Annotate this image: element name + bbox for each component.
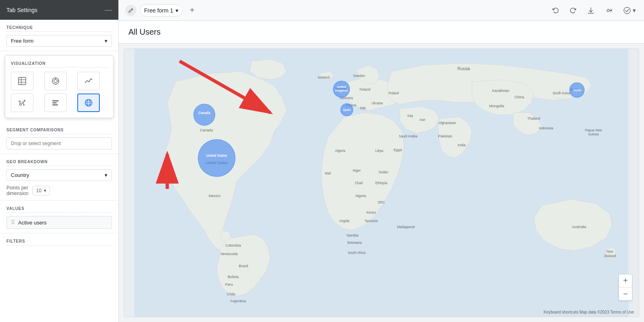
drag-handle-icon: ⠿ <box>11 219 15 226</box>
undo-button[interactable] <box>550 5 561 16</box>
visualization-popup: VISUALIZATION <box>5 55 114 118</box>
check-chevron: ▾ <box>633 7 636 14</box>
svg-text:Niger: Niger <box>353 169 361 172</box>
viz-bar-btn[interactable] <box>44 93 67 112</box>
svg-text:Zealand: Zealand <box>604 254 616 258</box>
toolbar-left: Free form 1 ▾ + <box>125 4 198 17</box>
zoom-in-button[interactable]: + <box>619 274 632 287</box>
check-button[interactable]: ▾ <box>621 5 638 16</box>
svg-point-12 <box>23 104 24 105</box>
main-area: Free form 1 ▾ + ▾ <box>119 0 644 322</box>
points-select[interactable]: 10 ▾ <box>33 186 50 195</box>
svg-point-84 <box>194 104 215 125</box>
svg-text:Algeria: Algeria <box>335 149 345 153</box>
svg-text:India: India <box>458 143 466 147</box>
svg-text:Egypt: Egypt <box>394 148 402 152</box>
content-area: All Users <box>119 21 644 322</box>
breakdown-section: GEO BREAKDOWN Country ▾ Points perdimens… <box>0 154 118 201</box>
svg-text:Namibia: Namibia <box>347 234 359 237</box>
svg-text:Mexico: Mexico <box>209 194 221 198</box>
svg-point-25 <box>624 7 630 14</box>
svg-point-82 <box>198 139 235 177</box>
breakdown-label: GEO BREAKDOWN <box>6 160 112 166</box>
technique-chevron: ▾ <box>105 38 107 44</box>
technique-dropdown[interactable]: Free form ▾ <box>6 35 112 47</box>
svg-text:South Korea: South Korea <box>553 91 571 95</box>
breakdown-chevron: ▾ <box>105 172 107 178</box>
svg-text:United States: United States <box>206 154 227 158</box>
svg-text:Ethiopia: Ethiopia <box>376 181 388 185</box>
svg-point-9 <box>19 101 21 102</box>
svg-text:Italy: Italy <box>360 106 366 110</box>
svg-point-10 <box>22 102 24 104</box>
points-row: Points perdimension 10 ▾ <box>6 185 112 196</box>
tab-name: Free form 1 <box>144 7 173 14</box>
svg-text:Saudi Arabia: Saudi Arabia <box>399 135 418 138</box>
viz-globe-btn[interactable] <box>77 93 100 112</box>
map-container: Canada United States Mexico Brazil Colom… <box>124 48 639 317</box>
filters-section: FILTERS <box>0 233 118 251</box>
svg-text:Thailand: Thailand <box>527 117 540 120</box>
svg-text:Peru: Peru <box>225 283 233 287</box>
sidebar: Tab Settings — TECHNIQUE Free form ▾ VIS… <box>0 0 119 322</box>
svg-text:Canada: Canada <box>198 111 211 115</box>
top-toolbar: Free form 1 ▾ + ▾ <box>119 0 644 21</box>
svg-text:Mali: Mali <box>325 172 331 175</box>
viz-scatter-btn[interactable] <box>11 93 33 112</box>
viz-pie-btn[interactable] <box>44 72 67 90</box>
svg-text:Angola: Angola <box>339 219 350 223</box>
svg-rect-15 <box>52 104 58 106</box>
svg-text:Sudan: Sudan <box>379 170 388 174</box>
svg-text:Botswana: Botswana <box>347 241 362 245</box>
svg-text:Ukraine: Ukraine <box>372 102 383 105</box>
map-zoom-controls: + − <box>619 274 632 301</box>
visualization-label: VISUALIZATION <box>11 61 107 68</box>
segment-label: SEGMENT COMPARISONS <box>6 128 112 134</box>
breakdown-dropdown[interactable]: Country ▾ <box>6 169 112 181</box>
values-item: ⠿ Active users <box>6 216 112 229</box>
svg-point-23 <box>607 9 609 12</box>
technique-label: TECHNIQUE <box>6 25 112 32</box>
svg-point-11 <box>24 100 25 102</box>
tab-dropdown[interactable]: Free form 1 ▾ <box>140 4 183 17</box>
svg-text:DRC: DRC <box>378 201 385 204</box>
svg-text:Madagascar: Madagascar <box>397 225 415 229</box>
svg-text:Pakistan: Pakistan <box>438 134 452 138</box>
svg-text:Spain: Spain <box>343 108 351 112</box>
svg-text:United: United <box>337 85 346 89</box>
svg-text:Iraq: Iraq <box>407 114 413 118</box>
viz-table-btn[interactable] <box>11 72 33 90</box>
svg-text:Libya: Libya <box>376 149 384 153</box>
points-label: Points perdimension <box>6 185 29 196</box>
svg-text:Australia: Australia <box>572 225 587 229</box>
svg-text:Kazakhstan: Kazakhstan <box>492 89 510 93</box>
segment-input[interactable] <box>6 137 112 150</box>
add-tab-button[interactable]: + <box>186 4 198 17</box>
redo-button[interactable] <box>568 5 579 16</box>
values-section: VALUES ⠿ Active users <box>0 201 118 233</box>
svg-text:Iran: Iran <box>420 118 426 122</box>
zoom-out-button[interactable]: − <box>619 287 632 300</box>
report-title: All Users <box>119 21 644 44</box>
svg-text:Indonesia: Indonesia <box>539 127 553 130</box>
sidebar-close-icon[interactable]: — <box>105 6 112 14</box>
svg-text:Poland: Poland <box>388 91 399 95</box>
points-value: 10 <box>36 188 41 193</box>
svg-text:Chile: Chile <box>227 292 235 296</box>
svg-text:Mongolia: Mongolia <box>489 104 504 108</box>
tab-chevron: ▾ <box>175 7 178 14</box>
visualization-grid <box>11 72 107 112</box>
svg-text:Afghanistan: Afghanistan <box>439 121 456 125</box>
technique-section: TECHNIQUE Free form ▾ <box>0 20 118 51</box>
svg-text:South Africa: South Africa <box>348 251 366 255</box>
viz-line-btn[interactable] <box>77 72 100 90</box>
svg-text:Sweden: Sweden <box>353 74 365 78</box>
svg-text:Japan: Japan <box>573 89 581 92</box>
download-button[interactable] <box>585 5 597 16</box>
svg-text:Colombia: Colombia <box>225 243 242 247</box>
sidebar-header: Tab Settings — <box>0 0 118 20</box>
svg-point-5 <box>54 79 57 83</box>
svg-text:Finland: Finland <box>359 88 370 91</box>
svg-text:Kingdom: Kingdom <box>335 89 348 92</box>
share-button[interactable] <box>603 4 615 17</box>
